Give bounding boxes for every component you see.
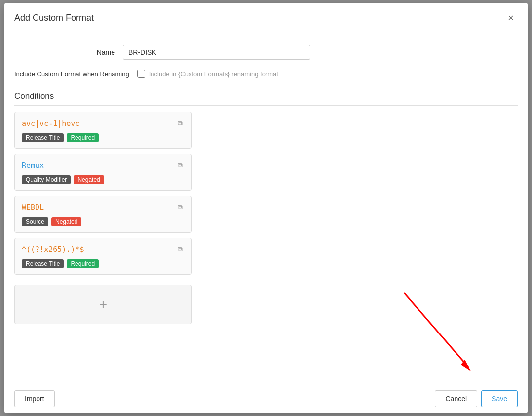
condition-card-0-header: avc|vc-1|hevc ⧉ — [22, 118, 185, 128]
badge-release-title-0: Release Title — [22, 133, 64, 142]
add-condition-button[interactable]: + — [14, 285, 192, 324]
condition-card-3-badges: Release Title Required — [22, 259, 185, 268]
include-label: Include Custom Format when Renaming — [14, 70, 137, 78]
condition-card-0[interactable]: avc|vc-1|hevc ⧉ Release Title Required — [14, 112, 192, 149]
modal-overlay: Add Custom Format × Name Include Custom … — [0, 0, 532, 416]
condition-card-2-badges: Source Negated — [22, 217, 185, 226]
modal-body: Name Include Custom Format when Renaming… — [4, 33, 528, 384]
copy-icon-1[interactable]: ⧉ — [176, 160, 185, 170]
badge-quality-modifier-1: Quality Modifier — [22, 175, 71, 184]
condition-card-3-header: ^((?!x265).)*$ ⧉ — [22, 244, 185, 254]
include-checkbox[interactable] — [137, 70, 145, 78]
include-row: Include Custom Format when Renaming Incl… — [14, 70, 518, 78]
cancel-button[interactable]: Cancel — [435, 390, 477, 407]
checkbox-area: Include in {Custom Formats} renaming for… — [137, 70, 278, 78]
conditions-title: Conditions — [14, 91, 518, 106]
close-button[interactable]: × — [504, 11, 518, 25]
condition-card-1-header: Remux ⧉ — [22, 160, 185, 170]
add-icon: + — [99, 297, 107, 311]
import-button[interactable]: Import — [14, 390, 55, 407]
condition-card-1-badges: Quality Modifier Negated — [22, 175, 185, 184]
include-checkbox-text: Include in {Custom Formats} renaming for… — [149, 70, 278, 78]
badge-required-3: Required — [67, 259, 99, 268]
condition-card-1-name: Remux — [22, 161, 44, 170]
condition-card-2-header: WEBDL ⧉ — [22, 202, 185, 212]
copy-icon-0[interactable]: ⧉ — [176, 118, 185, 128]
conditions-section: Conditions avc|vc-1|hevc ⧉ Release Title… — [14, 91, 518, 324]
badge-source-2: Source — [22, 217, 48, 226]
copy-icon-2[interactable]: ⧉ — [176, 202, 185, 212]
condition-card-3-name: ^((?!x265).)*$ — [22, 245, 84, 254]
modal: Add Custom Format × Name Include Custom … — [4, 3, 528, 413]
badge-negated-2: Negated — [51, 217, 81, 226]
modal-title: Add Custom Format — [14, 13, 94, 23]
badge-required-0: Required — [67, 133, 99, 142]
condition-card-2-name: WEBDL — [22, 203, 44, 212]
badge-release-title-3: Release Title — [22, 259, 64, 268]
footer-right: Cancel Save — [435, 390, 518, 407]
name-label: Name — [14, 48, 123, 56]
condition-card-1[interactable]: Remux ⧉ Quality Modifier Negated — [14, 154, 192, 191]
copy-icon-3[interactable]: ⧉ — [176, 244, 185, 254]
name-row: Name — [14, 45, 518, 60]
modal-header: Add Custom Format × — [4, 3, 528, 33]
condition-card-0-badges: Release Title Required — [22, 133, 185, 142]
badge-negated-1: Negated — [74, 175, 104, 184]
condition-card-0-name: avc|vc-1|hevc — [22, 119, 79, 128]
conditions-list: avc|vc-1|hevc ⧉ Release Title Required R… — [14, 112, 192, 324]
condition-card-3[interactable]: ^((?!x265).)*$ ⧉ Release Title Required — [14, 238, 192, 275]
modal-footer: Import Cancel Save — [4, 384, 528, 413]
condition-card-2[interactable]: WEBDL ⧉ Source Negated — [14, 196, 192, 233]
save-button[interactable]: Save — [481, 390, 518, 407]
name-input[interactable] — [123, 45, 310, 60]
